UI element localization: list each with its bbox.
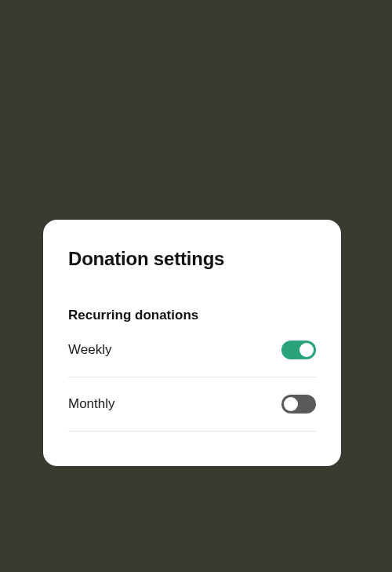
row-monthly: Monthly	[68, 377, 316, 432]
row-weekly: Weekly	[68, 323, 316, 377]
toggle-monthly[interactable]	[281, 395, 316, 414]
toggle-weekly[interactable]	[281, 341, 316, 359]
row-weekly-label: Weekly	[68, 342, 111, 358]
toggle-monthly-knob	[284, 397, 298, 411]
card-title: Donation settings	[68, 248, 316, 270]
section-title: Recurring donations	[68, 308, 316, 323]
toggle-weekly-knob	[299, 343, 314, 357]
donation-settings-card: Donation settings Recurring donations We…	[43, 220, 341, 466]
row-monthly-label: Monthly	[68, 396, 115, 412]
